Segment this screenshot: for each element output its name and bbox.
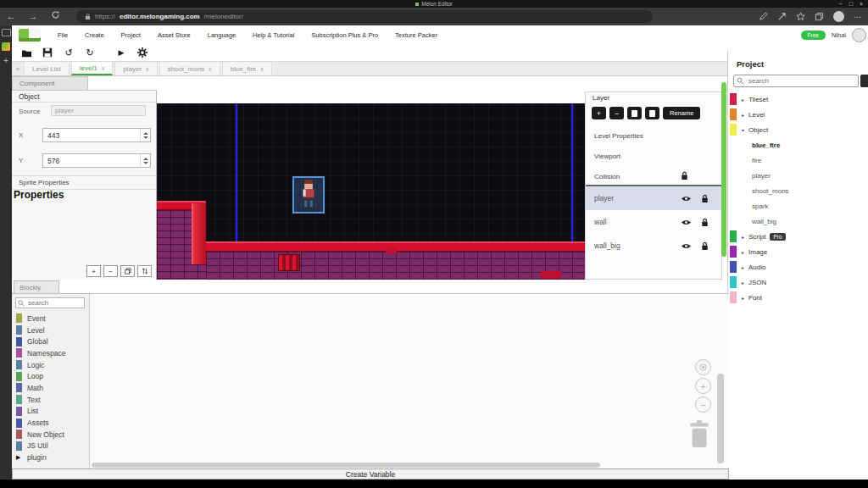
tree-item-blue-fire[interactable]: blue_fire	[728, 137, 868, 152]
menu-file[interactable]: File	[58, 31, 68, 39]
rename-layer-button[interactable]: Rename	[663, 107, 700, 119]
tab-player[interactable]: player x	[114, 62, 157, 75]
forward-button[interactable]: →	[22, 8, 44, 25]
menu-project[interactable]: Project	[121, 31, 141, 39]
category-list[interactable]: List	[12, 406, 89, 418]
menu-language[interactable]: Language	[208, 31, 236, 39]
stepper-up-icon[interactable]	[143, 132, 148, 135]
username[interactable]: Nihal	[832, 31, 846, 39]
category-global[interactable]: Global	[12, 336, 89, 347]
tree-item-json[interactable]: ▸ JSON	[728, 274, 868, 290]
tree-item-fire[interactable]: fire	[728, 152, 868, 168]
delete-layer-button[interactable]: −	[609, 107, 624, 119]
zoom-in-button[interactable]: +	[695, 378, 711, 394]
chevron-right-icon[interactable]: ▸	[742, 264, 748, 270]
melon-favicon[interactable]	[2, 42, 10, 51]
chevron-right-icon[interactable]: ▸	[742, 234, 748, 240]
zoom-reset-button[interactable]	[695, 359, 711, 375]
chevron-right-icon[interactable]: ▸	[742, 295, 748, 301]
tree-item-image[interactable]: ▸ Image	[728, 244, 868, 259]
category-js-util[interactable]: JS Util	[12, 441, 89, 452]
workspace-vertical-scrollbar[interactable]	[717, 374, 724, 463]
tree-item-tileset[interactable]: ▸ Tileset	[728, 92, 868, 107]
project-search-filter-button[interactable]	[860, 75, 868, 87]
create-variable-button[interactable]: Create Variable	[12, 469, 729, 480]
category-namespace[interactable]: Namespace	[12, 347, 89, 359]
category-loop[interactable]: Loop	[12, 370, 89, 382]
player-sprite[interactable]	[300, 180, 317, 210]
menu-asset-store[interactable]: Asset Store	[158, 31, 191, 39]
close-button[interactable]: ×	[860, 0, 863, 8]
level-properties-item[interactable]: Level Properties	[586, 126, 721, 145]
tree-item-object[interactable]: ▾ Object	[728, 122, 868, 137]
tab-outline-icon[interactable]	[2, 29, 11, 36]
tab-collapse-button[interactable]: «	[12, 62, 24, 75]
tree-item-spark[interactable]: spark	[728, 198, 868, 214]
zoom-out-button[interactable]: −	[695, 396, 711, 413]
tab-level-list[interactable]: Level List	[24, 62, 70, 75]
collision-item[interactable]: Collision	[586, 167, 721, 186]
run-button[interactable]: ▶	[115, 47, 127, 58]
undo-button[interactable]: ↺	[63, 47, 75, 58]
chevron-right-icon[interactable]: ▸	[742, 112, 748, 118]
browser-menu-button[interactable]: ⋯	[854, 13, 861, 21]
category-new-object[interactable]: New Object	[12, 429, 89, 441]
tab-level1[interactable]: level1 x	[71, 62, 113, 75]
viewport-item[interactable]: Viewport	[586, 147, 721, 165]
tab-close-icon[interactable]: x	[209, 66, 212, 72]
tab-close-icon[interactable]: x	[146, 66, 149, 72]
paste-layer-button[interactable]	[645, 107, 659, 119]
remove-property-button[interactable]: −	[103, 265, 118, 277]
menu-texture-packer[interactable]: Texture Packer	[395, 31, 437, 39]
lock-icon[interactable]	[700, 218, 709, 227]
tree-item-audio[interactable]: ▸ Audio	[728, 259, 868, 274]
menu-create[interactable]: Create	[85, 31, 104, 39]
chevron-right-icon[interactable]: ▸	[742, 97, 748, 103]
maximize-button[interactable]: □	[849, 0, 853, 8]
y-input[interactable]	[43, 154, 140, 167]
layer-row-player[interactable]: player	[586, 186, 721, 210]
reorder-property-button[interactable]	[137, 265, 152, 277]
add-property-button[interactable]: +	[86, 265, 101, 277]
copy-layer-button[interactable]	[627, 107, 642, 119]
sprite-properties-link[interactable]: Sprite Properties	[12, 175, 156, 190]
tree-item-wall-big[interactable]: wall_big	[728, 214, 868, 229]
category-plugin[interactable]: ▶plugin	[12, 452, 89, 463]
save-button[interactable]	[42, 47, 53, 58]
tree-item-shoot-mons[interactable]: shoot_mons	[728, 183, 868, 198]
tree-item-font[interactable]: ▸ Font	[728, 290, 868, 305]
project-search-input[interactable]	[747, 76, 855, 86]
tree-item-player[interactable]: player	[728, 168, 868, 183]
category-assets[interactable]: Assets	[12, 417, 89, 429]
category-math[interactable]: Math	[12, 382, 89, 394]
tab-blue-fire[interactable]: blue_fire x	[222, 62, 272, 75]
menu-help-tutorial[interactable]: Help & Tutorial	[253, 31, 294, 39]
source-input[interactable]	[51, 105, 146, 116]
chevron-right-icon[interactable]: ▸	[742, 280, 748, 286]
back-button[interactable]: ←	[0, 8, 22, 25]
x-stepper[interactable]	[140, 129, 150, 141]
redo-button[interactable]: ↻	[84, 47, 96, 58]
x-input[interactable]	[43, 129, 140, 141]
blockly-panel-tab[interactable]: Blockly	[14, 280, 59, 293]
category-level[interactable]: Level	[12, 324, 89, 336]
collections-icon[interactable]	[815, 12, 824, 21]
stepper-up-icon[interactable]	[143, 158, 148, 160]
browser-profile-avatar[interactable]	[833, 11, 844, 22]
refresh-button[interactable]	[44, 8, 66, 25]
component-panel-tab[interactable]: Component	[12, 76, 88, 90]
blockly-workspace[interactable]: + −	[90, 293, 729, 469]
player-selection-box[interactable]	[292, 176, 325, 214]
blockly-search-input[interactable]	[26, 298, 82, 308]
visibility-eye-icon[interactable]	[681, 242, 692, 250]
category-logic[interactable]: Logic	[12, 359, 89, 371]
tab-close-icon[interactable]: x	[260, 66, 264, 72]
add-layer-button[interactable]: +	[592, 107, 606, 119]
edit-icon[interactable]	[759, 12, 768, 21]
visibility-eye-icon[interactable]	[681, 219, 692, 226]
address-bar[interactable]: https://editor.melongaming.com/melonedit…	[76, 10, 653, 23]
new-tab-button[interactable]: +	[0, 56, 12, 65]
favorites-star-icon[interactable]	[796, 12, 805, 21]
share-icon[interactable]	[777, 12, 787, 21]
stepper-down-icon[interactable]	[143, 162, 148, 164]
